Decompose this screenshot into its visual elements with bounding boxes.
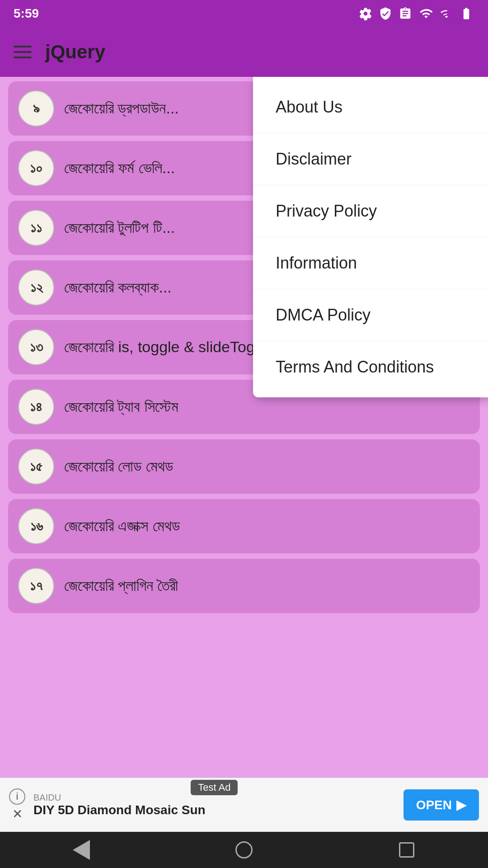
battery-icon (458, 7, 474, 20)
recents-icon (399, 842, 414, 858)
ad-title: DIY 5D Diamond Mosaic Sun (33, 803, 395, 817)
shield-icon (379, 7, 392, 20)
app-title: jQuery (45, 41, 105, 63)
dropdown-menu: About Us Disclaimer Privacy Policy Infor… (253, 77, 488, 397)
nav-recents-button[interactable] (393, 836, 420, 863)
ad-provider: Test Ad BAIDU (33, 793, 395, 803)
wifi-icon (418, 7, 434, 20)
status-icons (359, 7, 474, 20)
ad-text-block: Test Ad BAIDU DIY 5D Diamond Mosaic Sun (33, 793, 395, 817)
status-bar: 5:59 (0, 0, 488, 27)
clipboard-icon (399, 7, 412, 20)
menu-item-disclaimer[interactable]: Disclaimer (253, 133, 488, 185)
hamburger-menu[interactable] (14, 46, 32, 58)
menu-item-privacy-policy[interactable]: Privacy Policy (253, 185, 488, 237)
chevron-right-icon: ▶ (456, 797, 466, 812)
menu-item-information[interactable]: Information (253, 237, 488, 289)
nav-home-button[interactable] (230, 836, 258, 863)
ad-open-button[interactable]: OPEN ▶ (404, 789, 479, 821)
ad-close-button[interactable]: ✕ (12, 807, 23, 821)
dropdown-overlay[interactable]: About Us Disclaimer Privacy Policy Infor… (0, 77, 488, 778)
menu-item-terms-conditions[interactable]: Terms And Conditions (253, 341, 488, 393)
test-ad-badge: Test Ad (191, 780, 238, 795)
signal-icon (440, 7, 452, 20)
status-time: 5:59 (14, 6, 39, 21)
nav-back-button[interactable] (68, 836, 95, 863)
home-icon (235, 841, 253, 859)
gear-icon (359, 7, 372, 20)
menu-item-dmca-policy[interactable]: DMCA Policy (253, 289, 488, 341)
main-content: ৯ জেকোয়েরি ড্রপডাউন... ১০ জেকোয়েরি ফর্… (0, 77, 488, 778)
ad-info-icon: i (9, 788, 25, 805)
app-bar: jQuery (0, 27, 488, 77)
menu-item-about-us[interactable]: About Us (253, 81, 488, 133)
nav-bar (0, 832, 488, 868)
ad-banner: i ✕ Test Ad BAIDU DIY 5D Diamond Mosaic … (0, 778, 488, 832)
back-icon (73, 840, 90, 860)
